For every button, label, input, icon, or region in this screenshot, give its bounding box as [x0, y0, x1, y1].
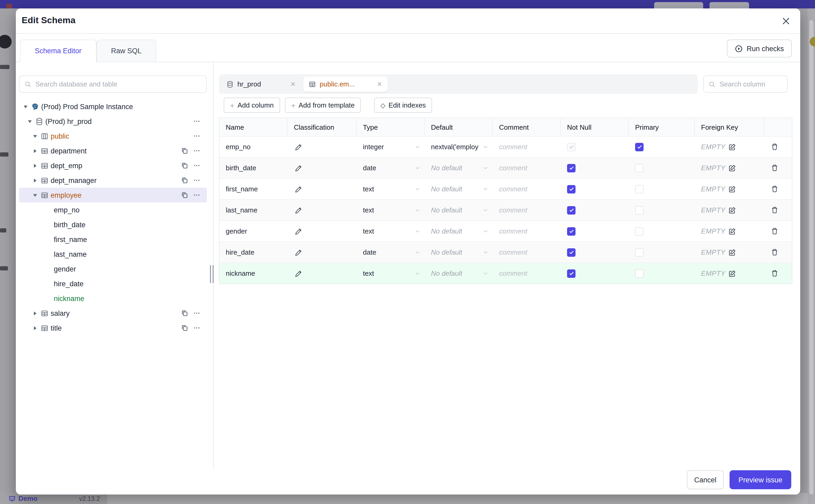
- default-select[interactable]: No default: [425, 221, 493, 241]
- edit-foreign-key-icon[interactable]: [729, 270, 736, 277]
- column-name-cell[interactable]: birth_date: [219, 158, 287, 178]
- panel-resize-handle[interactable]: [210, 265, 215, 283]
- tree-item-dept_manager[interactable]: dept_manager: [19, 173, 207, 188]
- add-column-button[interactable]: + Add column: [224, 98, 280, 113]
- classification-edit-icon[interactable]: [295, 270, 302, 277]
- trash-icon[interactable]: [771, 206, 779, 214]
- checkbox-checked[interactable]: [567, 185, 576, 193]
- default-select[interactable]: nextval('employ: [425, 137, 493, 157]
- type-select[interactable]: text: [356, 221, 425, 241]
- edit-foreign-key-icon[interactable]: [729, 227, 736, 235]
- type-select[interactable]: text: [356, 263, 425, 284]
- caret-down-icon[interactable]: [27, 119, 35, 124]
- default-select[interactable]: No default: [425, 263, 493, 284]
- checkbox-checked[interactable]: [567, 164, 576, 172]
- column-name-cell[interactable]: first_name: [219, 179, 287, 199]
- tree-item-department[interactable]: department: [19, 143, 207, 158]
- comment-input[interactable]: comment: [493, 200, 561, 220]
- column-search-input[interactable]: [720, 80, 812, 88]
- column-name-cell[interactable]: gender: [219, 221, 287, 241]
- tree-item-salary[interactable]: salary: [19, 306, 207, 321]
- tree-item-birth_date[interactable]: birth_date: [19, 217, 207, 232]
- tree-item-title[interactable]: title: [19, 321, 207, 335]
- caret-right-icon[interactable]: [33, 148, 41, 153]
- close-icon[interactable]: [781, 16, 791, 26]
- tree-item-emp_no[interactable]: emp_no: [19, 202, 207, 217]
- copy-icon[interactable]: [181, 191, 188, 199]
- checkbox-checked[interactable]: [567, 227, 576, 235]
- caret-right-icon[interactable]: [33, 326, 41, 330]
- cancel-button[interactable]: Cancel: [687, 470, 724, 489]
- more-icon[interactable]: [193, 191, 200, 199]
- checkbox-unchecked[interactable]: [635, 269, 644, 278]
- tree-item-database[interactable]: (Prod) hr_prod: [19, 114, 207, 129]
- tree-item-dept_emp[interactable]: dept_emp: [19, 158, 207, 173]
- database-search[interactable]: [19, 75, 207, 93]
- classification-edit-icon[interactable]: [295, 206, 302, 214]
- column-search[interactable]: [703, 75, 788, 93]
- checkbox-unchecked[interactable]: [635, 185, 644, 193]
- copy-icon[interactable]: [181, 177, 188, 184]
- more-icon[interactable]: [193, 309, 200, 317]
- comment-input[interactable]: comment: [493, 242, 561, 263]
- checkbox-checked[interactable]: [567, 269, 576, 278]
- preview-issue-button[interactable]: Preview issue: [730, 470, 791, 489]
- more-icon[interactable]: [193, 132, 200, 140]
- more-icon[interactable]: [193, 162, 200, 169]
- type-select[interactable]: text: [356, 200, 425, 220]
- classification-edit-icon[interactable]: [295, 143, 302, 151]
- checkbox-unchecked[interactable]: [635, 206, 644, 214]
- tree-item-nickname[interactable]: nickname: [19, 291, 207, 306]
- column-name-cell[interactable]: emp_no: [219, 137, 287, 157]
- edit-foreign-key-icon[interactable]: [729, 249, 736, 256]
- more-icon[interactable]: [193, 324, 200, 332]
- default-select[interactable]: No default: [425, 179, 493, 199]
- checkbox-checked-disabled[interactable]: [567, 143, 576, 151]
- tree-item-hire_date[interactable]: hire_date: [19, 276, 207, 291]
- checkbox-checked[interactable]: [635, 143, 644, 151]
- column-name-cell[interactable]: nickname: [219, 263, 287, 284]
- comment-input[interactable]: comment: [493, 263, 561, 284]
- more-icon[interactable]: [193, 177, 200, 184]
- edit-foreign-key-icon[interactable]: [729, 164, 736, 172]
- copy-icon[interactable]: [181, 309, 188, 317]
- column-name-cell[interactable]: last_name: [219, 200, 287, 220]
- trash-icon[interactable]: [771, 248, 779, 256]
- classification-edit-icon[interactable]: [295, 185, 302, 193]
- edit-foreign-key-icon[interactable]: [729, 143, 736, 151]
- default-select[interactable]: No default: [425, 158, 493, 178]
- copy-icon[interactable]: [181, 147, 188, 154]
- demo-link[interactable]: Demo: [8, 495, 37, 502]
- caret-down-icon[interactable]: [23, 104, 31, 109]
- copy-icon[interactable]: [181, 324, 188, 332]
- tree-item-first_name[interactable]: first_name: [19, 232, 207, 247]
- edit-indexes-button[interactable]: ◇ Edit indexes: [374, 98, 432, 113]
- trash-icon[interactable]: [771, 164, 779, 172]
- default-select[interactable]: No default: [425, 242, 493, 263]
- caret-right-icon[interactable]: [33, 178, 41, 183]
- caret-down-icon[interactable]: [33, 134, 41, 138]
- edit-foreign-key-icon[interactable]: [729, 185, 736, 193]
- database-search-input[interactable]: [35, 80, 201, 88]
- run-checks-button[interactable]: Run checks: [727, 40, 792, 57]
- tab-raw-sql[interactable]: Raw SQL: [96, 40, 156, 62]
- comment-input[interactable]: comment: [493, 137, 561, 157]
- caret-right-icon[interactable]: [33, 311, 41, 316]
- type-select[interactable]: date: [356, 158, 425, 178]
- checkbox-checked[interactable]: [567, 248, 576, 256]
- checkbox-unchecked[interactable]: [635, 164, 644, 172]
- type-select[interactable]: text: [356, 179, 425, 199]
- classification-edit-icon[interactable]: [295, 164, 302, 172]
- trash-icon[interactable]: [771, 269, 779, 277]
- close-icon[interactable]: [290, 81, 296, 87]
- classification-edit-icon[interactable]: [295, 227, 302, 235]
- trash-icon[interactable]: [771, 143, 779, 151]
- tab-schema-editor[interactable]: Schema Editor: [20, 40, 96, 62]
- trash-icon[interactable]: [771, 227, 779, 235]
- editor-tab-table[interactable]: public.em...: [303, 76, 388, 92]
- caret-down-icon[interactable]: [33, 193, 41, 197]
- checkbox-checked[interactable]: [567, 206, 576, 214]
- tree-item-last_name[interactable]: last_name: [19, 247, 207, 261]
- comment-input[interactable]: comment: [493, 179, 561, 199]
- type-select[interactable]: date: [356, 242, 425, 263]
